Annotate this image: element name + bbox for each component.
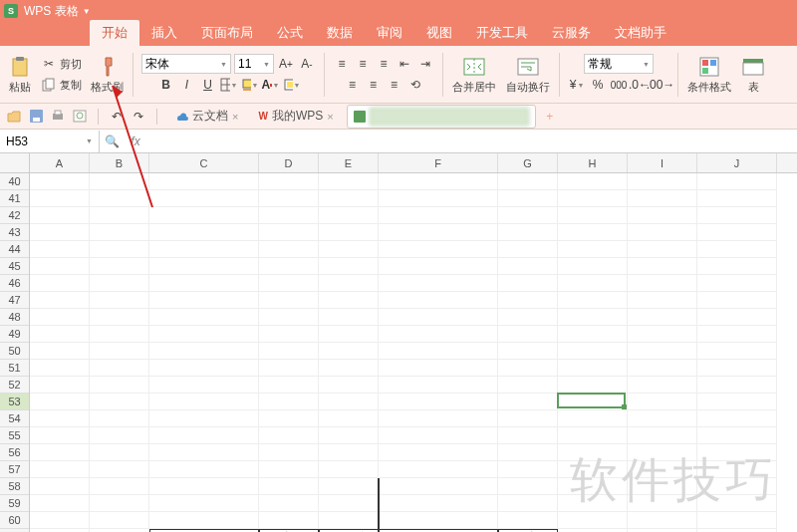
cell[interactable] bbox=[30, 377, 90, 394]
row-header[interactable]: 41 bbox=[0, 190, 29, 207]
cell[interactable] bbox=[90, 258, 149, 275]
row-header[interactable]: 56 bbox=[0, 444, 29, 461]
search-icon[interactable]: 🔍 bbox=[100, 134, 124, 148]
cell[interactable] bbox=[259, 224, 319, 241]
row-header[interactable]: 51 bbox=[0, 360, 29, 377]
cell[interactable] bbox=[319, 241, 379, 258]
cell[interactable] bbox=[498, 326, 558, 343]
tab-cloud[interactable]: 云服务 bbox=[540, 20, 603, 46]
tab-formula[interactable]: 公式 bbox=[265, 20, 315, 46]
cell[interactable] bbox=[149, 427, 259, 444]
cell[interactable] bbox=[90, 292, 149, 309]
cell[interactable] bbox=[628, 461, 697, 478]
cell[interactable] bbox=[498, 410, 558, 427]
cell[interactable] bbox=[558, 461, 628, 478]
cell[interactable] bbox=[30, 495, 90, 512]
close-icon[interactable]: × bbox=[232, 111, 238, 123]
cell[interactable] bbox=[319, 258, 379, 275]
cell[interactable] bbox=[697, 394, 777, 410]
close-icon[interactable]: × bbox=[327, 111, 333, 123]
cell[interactable] bbox=[30, 224, 90, 241]
cell[interactable] bbox=[379, 241, 498, 258]
cell[interactable] bbox=[379, 394, 498, 410]
cell[interactable] bbox=[259, 292, 319, 309]
cell[interactable] bbox=[319, 275, 379, 292]
cell[interactable] bbox=[498, 343, 558, 360]
cell[interactable] bbox=[628, 478, 697, 495]
cell[interactable] bbox=[697, 326, 777, 343]
cell[interactable] bbox=[498, 512, 558, 529]
cell[interactable] bbox=[628, 377, 697, 394]
font-size-select[interactable]: 11▼ bbox=[234, 54, 274, 74]
cell[interactable] bbox=[259, 326, 319, 343]
align-right-button[interactable]: ≡ bbox=[386, 76, 403, 94]
cell[interactable] bbox=[319, 478, 379, 495]
cell[interactable] bbox=[498, 461, 558, 478]
cell[interactable] bbox=[558, 495, 628, 512]
cell[interactable] bbox=[259, 495, 319, 512]
cell[interactable] bbox=[319, 224, 379, 241]
cell[interactable] bbox=[697, 292, 777, 309]
cell[interactable] bbox=[319, 377, 379, 394]
cell[interactable] bbox=[628, 309, 697, 326]
number-format-select[interactable]: 常规▼ bbox=[584, 54, 654, 74]
cell[interactable] bbox=[149, 173, 259, 190]
row-header[interactable]: 54 bbox=[0, 410, 29, 427]
tab-data[interactable]: 数据 bbox=[315, 20, 365, 46]
cell[interactable] bbox=[498, 444, 558, 461]
cell[interactable] bbox=[149, 258, 259, 275]
cell[interactable] bbox=[628, 190, 697, 207]
align-middle-button[interactable]: ≡ bbox=[354, 55, 372, 73]
cell[interactable] bbox=[259, 444, 319, 461]
cell[interactable] bbox=[259, 410, 319, 427]
cell[interactable] bbox=[379, 360, 498, 377]
font-color-button[interactable]: A▼ bbox=[262, 76, 280, 94]
tab-view[interactable]: 视图 bbox=[414, 20, 464, 46]
cell[interactable] bbox=[90, 241, 149, 258]
cell[interactable] bbox=[379, 258, 498, 275]
cell[interactable] bbox=[30, 360, 90, 377]
format-painter-button[interactable]: 格式刷 bbox=[87, 49, 128, 101]
cell[interactable] bbox=[379, 410, 498, 427]
cell[interactable] bbox=[379, 292, 498, 309]
col-header[interactable]: D bbox=[259, 153, 319, 172]
cell[interactable] bbox=[30, 258, 90, 275]
cell[interactable] bbox=[319, 495, 379, 512]
cell[interactable] bbox=[259, 394, 319, 410]
cell[interactable] bbox=[628, 241, 697, 258]
cell[interactable] bbox=[498, 241, 558, 258]
cell[interactable] bbox=[149, 444, 259, 461]
cell[interactable] bbox=[379, 461, 498, 478]
currency-button[interactable]: ¥▼ bbox=[568, 76, 586, 94]
select-all-corner[interactable] bbox=[0, 153, 30, 173]
save-icon[interactable] bbox=[28, 109, 44, 125]
cell[interactable] bbox=[319, 461, 379, 478]
cell[interactable] bbox=[319, 343, 379, 360]
align-top-button[interactable]: ≡ bbox=[333, 55, 351, 73]
indent-increase-button[interactable]: ⇥ bbox=[416, 55, 434, 73]
row-header[interactable]: 45 bbox=[0, 258, 29, 275]
row-header[interactable]: 55 bbox=[0, 427, 29, 444]
cell[interactable] bbox=[259, 190, 319, 207]
doc-tab-cloud[interactable]: 云文档 × bbox=[167, 105, 245, 128]
cell[interactable] bbox=[628, 224, 697, 241]
cell[interactable] bbox=[30, 173, 90, 190]
cell[interactable] bbox=[90, 394, 149, 410]
cell[interactable] bbox=[149, 495, 259, 512]
cell[interactable] bbox=[90, 427, 149, 444]
cell[interactable] bbox=[558, 258, 628, 275]
cell[interactable] bbox=[628, 207, 697, 224]
cell[interactable] bbox=[697, 309, 777, 326]
cell[interactable] bbox=[90, 190, 149, 207]
app-menu-drop[interactable]: ▼ bbox=[83, 7, 91, 16]
undo-icon[interactable]: ↶ bbox=[109, 109, 125, 125]
orientation-button[interactable]: ⟲ bbox=[406, 76, 424, 94]
cell[interactable] bbox=[379, 495, 498, 512]
cell[interactable] bbox=[379, 309, 498, 326]
tab-insert[interactable]: 插入 bbox=[139, 20, 189, 46]
cell[interactable] bbox=[149, 377, 259, 394]
cell[interactable] bbox=[259, 309, 319, 326]
cell[interactable] bbox=[149, 410, 259, 427]
cell[interactable] bbox=[90, 275, 149, 292]
cell[interactable] bbox=[149, 309, 259, 326]
